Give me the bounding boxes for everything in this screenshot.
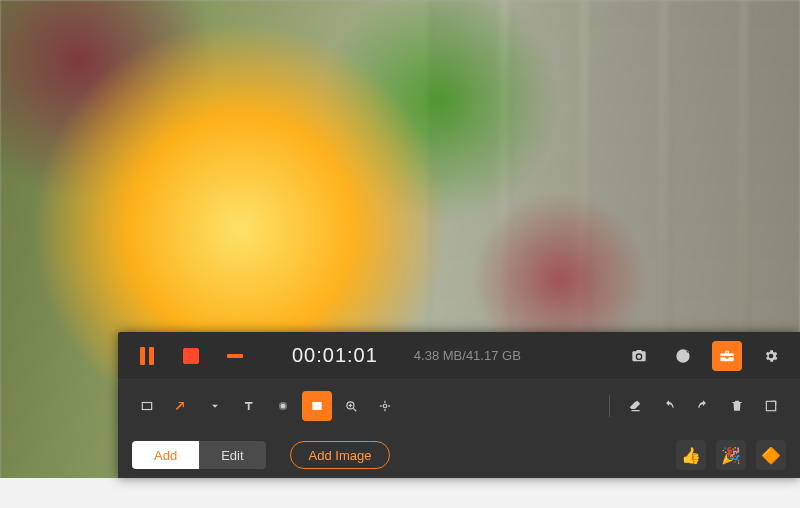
text-icon bbox=[242, 399, 256, 413]
sticker-thumbs-up[interactable]: 👍 bbox=[676, 440, 706, 470]
add-image-button[interactable]: Add Image bbox=[290, 441, 391, 469]
minimize-button[interactable] bbox=[220, 341, 250, 371]
zoom-tool[interactable] bbox=[336, 391, 366, 421]
sticker-party[interactable]: 🎉 bbox=[716, 440, 746, 470]
redo-button[interactable] bbox=[688, 391, 718, 421]
svg-rect-0 bbox=[142, 403, 151, 410]
timer-button[interactable] bbox=[668, 341, 698, 371]
expand-icon bbox=[764, 399, 778, 413]
undo-button[interactable] bbox=[654, 391, 684, 421]
annotation-toolbar bbox=[118, 380, 800, 432]
chevron-down-icon bbox=[208, 399, 222, 413]
rectangle-tool[interactable] bbox=[132, 391, 162, 421]
clock-icon bbox=[675, 348, 691, 364]
page-footer-strip bbox=[0, 478, 800, 508]
shape-dropdown[interactable] bbox=[200, 391, 230, 421]
svg-line-6 bbox=[353, 408, 356, 411]
undo-icon bbox=[662, 399, 676, 413]
delete-button[interactable] bbox=[722, 391, 752, 421]
arrow-tool[interactable] bbox=[166, 391, 196, 421]
mode-tabs: Add Edit bbox=[132, 441, 266, 469]
spotlight-tool[interactable] bbox=[370, 391, 400, 421]
camera-icon bbox=[631, 348, 647, 364]
eraser-icon bbox=[628, 399, 642, 413]
sticker-diamond[interactable]: 🔶 bbox=[756, 440, 786, 470]
blur-tool[interactable] bbox=[268, 391, 298, 421]
arrow-icon bbox=[174, 399, 188, 413]
toolbar-divider bbox=[609, 395, 610, 417]
rectangle-icon bbox=[140, 399, 154, 413]
svg-point-2 bbox=[281, 404, 286, 409]
eraser-button[interactable] bbox=[620, 391, 650, 421]
recorder-top-row: 00:01:01 4.38 MB/41.17 GB bbox=[118, 332, 800, 380]
target-icon bbox=[378, 399, 392, 413]
screenshot-button[interactable] bbox=[624, 341, 654, 371]
gear-icon bbox=[763, 348, 779, 364]
redo-icon bbox=[696, 399, 710, 413]
recording-size: 4.38 MB/41.17 GB bbox=[414, 348, 521, 363]
recorder-bottom-row: Add Edit Add Image 👍 🎉 🔶 bbox=[118, 432, 800, 478]
svg-point-7 bbox=[383, 404, 387, 408]
toolbox-button[interactable] bbox=[712, 341, 742, 371]
recorder-panel: 00:01:01 4.38 MB/41.17 GB bbox=[118, 332, 800, 478]
blur-icon bbox=[276, 399, 290, 413]
expand-button[interactable] bbox=[756, 391, 786, 421]
tab-add[interactable]: Add bbox=[132, 441, 199, 469]
zoom-icon bbox=[344, 399, 358, 413]
image-tool[interactable] bbox=[302, 391, 332, 421]
tab-edit[interactable]: Edit bbox=[199, 441, 265, 469]
svg-rect-12 bbox=[766, 401, 775, 410]
trash-icon bbox=[730, 399, 744, 413]
text-tool[interactable] bbox=[234, 391, 264, 421]
recording-timer: 00:01:01 bbox=[292, 344, 378, 367]
toolbox-icon bbox=[719, 348, 735, 364]
settings-button[interactable] bbox=[756, 341, 786, 371]
pause-button[interactable] bbox=[132, 341, 162, 371]
image-icon bbox=[310, 399, 324, 413]
stop-button[interactable] bbox=[176, 341, 206, 371]
